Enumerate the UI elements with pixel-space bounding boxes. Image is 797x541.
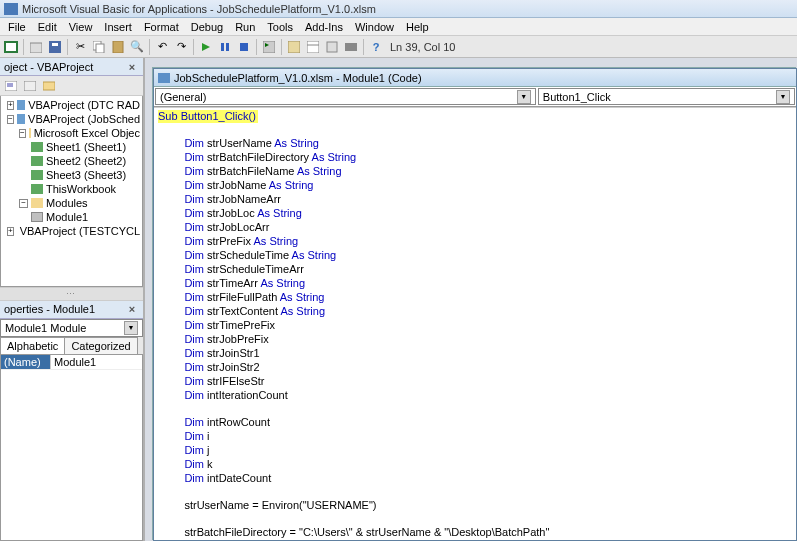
collapse-icon[interactable]: − (19, 129, 26, 138)
window-title: Microsoft Visual Basic for Applications … (22, 3, 376, 15)
dropdown-value: (General) (160, 91, 206, 103)
separator (23, 39, 24, 55)
tree-label: Sheet2 (Sheet2) (46, 155, 126, 167)
chevron-down-icon[interactable]: ▼ (124, 321, 138, 335)
run-icon[interactable] (197, 38, 215, 56)
close-icon[interactable]: × (125, 60, 139, 74)
tree-item-folder[interactable]: −Microsoft Excel Objec (3, 126, 140, 140)
menu-edit[interactable]: Edit (32, 19, 63, 35)
help-icon[interactable]: ? (367, 38, 385, 56)
find-icon[interactable]: 🔍 (128, 38, 146, 56)
menu-addins[interactable]: Add-Ins (299, 19, 349, 35)
collapse-icon[interactable]: − (7, 115, 14, 124)
tree-item-vbaproject[interactable]: −VBAProject (JobSched (3, 112, 140, 126)
copy-icon[interactable] (90, 38, 108, 56)
chevron-down-icon[interactable]: ▼ (517, 90, 531, 104)
folder-icon (31, 198, 43, 208)
project-panel-title: oject - VBAProject (4, 61, 93, 73)
close-icon[interactable]: × (125, 302, 139, 316)
procedure-dropdown[interactable]: Button1_Click ▼ (538, 88, 795, 105)
cut-icon[interactable]: ✂ (71, 38, 89, 56)
tab-categorized[interactable]: Categorized (64, 337, 137, 354)
sheet-icon (31, 170, 43, 180)
separator (256, 39, 257, 55)
view-code-icon[interactable] (2, 77, 20, 95)
undo-icon[interactable]: ↶ (153, 38, 171, 56)
view-object-icon[interactable] (21, 77, 39, 95)
menu-tools[interactable]: Tools (261, 19, 299, 35)
tree-label: VBAProject (DTC RAD (28, 99, 140, 111)
sheet-icon (31, 142, 43, 152)
svg-rect-22 (24, 81, 36, 91)
tree-item-vbaproject[interactable]: +VBAProject (TESTCYCL (3, 224, 140, 238)
paste-icon[interactable] (109, 38, 127, 56)
collapse-icon[interactable]: − (19, 199, 28, 208)
code-window: JobSchedulePlatform_V1.0.xlsm - Module1 … (153, 68, 797, 541)
tree-label: Sheet1 (Sheet1) (46, 141, 126, 153)
code-line: Sub Button1_Click() (158, 110, 256, 122)
object-dropdown[interactable]: (General) ▼ (155, 88, 536, 105)
tree-label: VBAProject (JobSched (28, 113, 140, 125)
menu-run[interactable]: Run (229, 19, 261, 35)
tree-item-folder[interactable]: −Modules (3, 196, 140, 210)
code-window-title: JobSchedulePlatform_V1.0.xlsm - Module1 … (174, 72, 422, 84)
view-excel-icon[interactable] (2, 38, 20, 56)
svg-marker-8 (202, 43, 210, 51)
project-tree[interactable]: +VBAProject (DTC RAD −VBAProject (JobSch… (0, 96, 143, 287)
property-value[interactable]: Module1 (51, 355, 142, 369)
properties-panel-title: operties - Module1 (4, 303, 95, 315)
tree-item-sheet[interactable]: Sheet2 (Sheet2) (3, 154, 140, 168)
tree-item-sheet[interactable]: Sheet3 (Sheet3) (3, 168, 140, 182)
properties-object-combo[interactable]: Module1 Module ▼ (0, 319, 143, 337)
app-icon (4, 3, 18, 15)
menu-help[interactable]: Help (400, 19, 435, 35)
toggle-folders-icon[interactable] (40, 77, 58, 95)
reset-icon[interactable] (235, 38, 253, 56)
svg-rect-9 (221, 43, 224, 51)
tree-item-vbaproject[interactable]: +VBAProject (DTC RAD (3, 98, 140, 112)
menu-window[interactable]: Window (349, 19, 400, 35)
svg-rect-10 (226, 43, 229, 51)
panel-resize-handle[interactable]: ⋯ (0, 287, 143, 301)
project-explorer-icon[interactable] (285, 38, 303, 56)
menu-format[interactable]: Format (138, 19, 185, 35)
svg-rect-14 (288, 41, 300, 53)
menu-debug[interactable]: Debug (185, 19, 229, 35)
property-row[interactable]: (Name) Module1 (1, 355, 142, 370)
separator (67, 39, 68, 55)
svg-rect-23 (43, 82, 55, 90)
menu-view[interactable]: View (63, 19, 99, 35)
tree-item-workbook[interactable]: ThisWorkbook (3, 182, 140, 196)
chevron-down-icon[interactable]: ▼ (776, 90, 790, 104)
tree-label: Sheet3 (Sheet3) (46, 169, 126, 181)
property-name: (Name) (1, 355, 51, 369)
code-editor[interactable]: Sub Button1_Click() Dim strUserName As S… (154, 107, 796, 540)
expand-icon[interactable]: + (7, 227, 14, 236)
save-icon[interactable] (46, 38, 64, 56)
code-window-titlebar[interactable]: JobSchedulePlatform_V1.0.xlsm - Module1 … (154, 69, 796, 87)
properties-window-icon[interactable] (304, 38, 322, 56)
design-mode-icon[interactable] (260, 38, 278, 56)
svg-rect-6 (96, 44, 104, 53)
tree-label: Modules (46, 197, 88, 209)
svg-rect-3 (49, 41, 61, 53)
object-browser-icon[interactable] (323, 38, 341, 56)
separator (193, 39, 194, 55)
svg-rect-4 (52, 43, 58, 46)
tree-item-sheet[interactable]: Sheet1 (Sheet1) (3, 140, 140, 154)
tab-alphabetic[interactable]: Alphabetic (0, 337, 65, 354)
redo-icon[interactable]: ↷ (172, 38, 190, 56)
expand-icon[interactable]: + (7, 101, 14, 110)
tree-item-module[interactable]: Module1 (3, 210, 140, 224)
insert-icon[interactable] (27, 38, 45, 56)
project-panel-header: oject - VBAProject × (0, 58, 143, 76)
tree-label: VBAProject (TESTCYCL (20, 225, 140, 237)
project-panel-toolbar (0, 76, 143, 96)
menu-insert[interactable]: Insert (98, 19, 138, 35)
properties-grid[interactable]: (Name) Module1 (0, 355, 143, 542)
svg-rect-17 (327, 42, 337, 52)
break-icon[interactable] (216, 38, 234, 56)
menu-file[interactable]: File (2, 19, 32, 35)
svg-rect-1 (6, 43, 16, 51)
toolbox-icon[interactable] (342, 38, 360, 56)
